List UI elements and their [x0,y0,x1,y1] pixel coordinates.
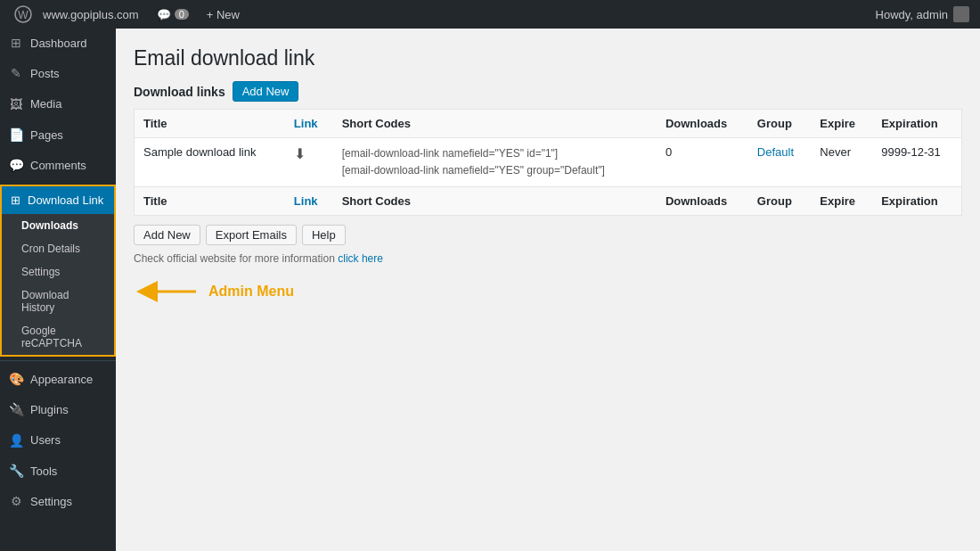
sidebar-item-label: Posts [30,66,60,82]
sidebar-item-label: Media [30,96,61,112]
info-text: Check official website for more informat… [134,252,962,265]
sidebar-item-label: Comments [30,158,86,174]
page-title: Email download link [134,46,962,70]
col-header-downloads: Downloads [657,110,748,138]
sidebar-item-tools[interactable]: 🔧 Tools [0,456,116,487]
table-footer-row: Title Link Short Codes Downloads Group E… [135,187,962,216]
tools-icon: 🔧 [9,465,23,479]
admin-menu: ⊞ Dashboard ✎ Posts 🖼 Media 📄 Pages 💬 Co… [0,29,116,551]
svg-text:W: W [18,9,29,21]
users-icon: 👤 [9,433,23,448]
download-link-icon: ⊞ [11,193,20,207]
posts-icon: ✎ [9,67,23,81]
submenu-item-settings[interactable]: Settings [2,260,114,284]
wp-logo-icon[interactable]: W [11,0,36,29]
site-url[interactable]: www.gopiplus.com [36,8,146,21]
arrow-icon [134,274,205,309]
pages-icon: 📄 [9,128,23,143]
sidebar-item-label: Appearance [30,372,93,388]
sidebar-item-plugins[interactable]: 🔌 Plugins [0,395,116,425]
cell-expiration: 9999-12-31 [872,138,961,187]
comments-icon: 💬 [9,159,23,173]
sidebar-item-dashboard[interactable]: ⊞ Dashboard [0,29,116,59]
sidebar-item-download-link[interactable]: ⊞ Download Link [2,186,114,214]
add-new-button-bottom[interactable]: Add New [134,225,200,245]
sidebar-item-label: Settings [30,494,72,510]
col-header-expiration: Expiration [872,110,961,138]
submenu-item-downloads[interactable]: Downloads [2,214,114,237]
col-footer-group: Group [748,187,812,216]
submenu-item-google-recaptcha[interactable]: Google reCAPTCHA [2,319,114,355]
media-icon: 🖼 [9,97,23,111]
download-link-section: ⊞ Download Link Downloads Cron Details S… [0,185,116,357]
howdy-text: Howdy, admin [876,6,969,22]
sidebar-item-users[interactable]: 👤 Users [0,425,116,456]
sidebar-item-appearance[interactable]: 🎨 Appearance [0,365,116,395]
cell-title: Sample download link [135,138,285,187]
settings-icon: ⚙ [9,495,23,509]
col-footer-expire: Expire [811,187,872,216]
sidebar-item-label: Tools [30,464,57,480]
col-header-group: Group [748,110,812,138]
short-code-1: [email-download-link namefield="YES" id=… [342,145,648,162]
group-value: Default [757,145,794,159]
short-code-2: [email-download-link namefield="YES" gro… [342,162,648,179]
downloads-table: Title Link Short Codes Downloads Group E… [134,109,962,216]
new-item[interactable]: + New [200,8,247,21]
row-title-text[interactable]: Sample download link [143,145,256,159]
comments-bar-item[interactable]: 💬 0 [150,8,196,21]
col-footer-short-codes: Short Codes [333,187,657,216]
sidebar-item-label: Pages [30,127,63,144]
annotation-text: Admin Menu [208,284,294,300]
sidebar-item-media[interactable]: 🖼 Media [0,89,116,119]
add-new-button-top[interactable]: Add New [233,81,299,102]
table-row: Sample download link ⬇ [email-download-l… [135,138,962,187]
help-button[interactable]: Help [302,225,346,245]
section-label: Download links [134,85,225,99]
sidebar-item-pages[interactable]: 📄 Pages [0,120,116,151]
table-nav-top: Download links Add New [134,81,962,102]
download-link-icon[interactable]: ⬇ [294,146,306,161]
main-content: Email download link Download links Add N… [116,29,980,551]
table-header-row: Title Link Short Codes Downloads Group E… [135,110,962,138]
plugins-icon: 🔌 [9,403,23,417]
content-wrap: Email download link Download links Add N… [116,29,980,551]
avatar [953,6,969,22]
col-header-short-codes: Short Codes [333,110,657,138]
comment-count: 0 [175,9,189,20]
comment-icon: 💬 [157,8,171,21]
export-emails-button[interactable]: Export Emails [206,225,297,245]
adminbar-items: www.gopiplus.com 💬 0 + New [36,8,247,21]
col-header-title: Title [135,110,285,138]
cell-group: Default [748,138,812,187]
sidebar-item-label: Users [30,432,61,448]
submenu-item-cron-details[interactable]: Cron Details [2,237,114,260]
cell-short-codes: [email-download-link namefield="YES" id=… [333,138,657,187]
menu-separator-1 [0,360,116,361]
arrow-annotation: Admin Menu [134,274,962,309]
col-footer-downloads: Downloads [657,187,748,216]
cell-link: ⬇ [285,138,333,187]
click-here-link[interactable]: click here [338,252,383,265]
col-footer-title: Title [135,187,285,216]
sidebar-item-comments[interactable]: 💬 Comments [0,151,116,181]
bottom-actions: Add New Export Emails Help [134,225,962,245]
download-link-submenu: Downloads Cron Details Settings Download… [2,214,114,355]
cell-downloads: 0 [657,138,748,187]
admin-bar: W www.gopiplus.com 💬 0 + New Howdy, admi… [0,0,980,29]
sidebar-item-posts[interactable]: ✎ Posts [0,59,116,89]
dashboard-icon: ⊞ [9,37,23,51]
cell-expire: Never [811,138,872,187]
sidebar-item-label: Plugins [30,402,69,418]
submenu-item-download-history[interactable]: Download History [2,284,114,319]
sidebar-item-label: Dashboard [30,36,87,52]
sidebar-item-settings[interactable]: ⚙ Settings [0,487,116,517]
col-header-link[interactable]: Link [285,110,333,138]
col-header-expire: Expire [811,110,872,138]
download-link-label: Download Link [28,193,103,207]
col-footer-link[interactable]: Link [285,187,333,216]
appearance-icon: 🎨 [9,373,23,387]
col-footer-expiration: Expiration [872,187,961,216]
